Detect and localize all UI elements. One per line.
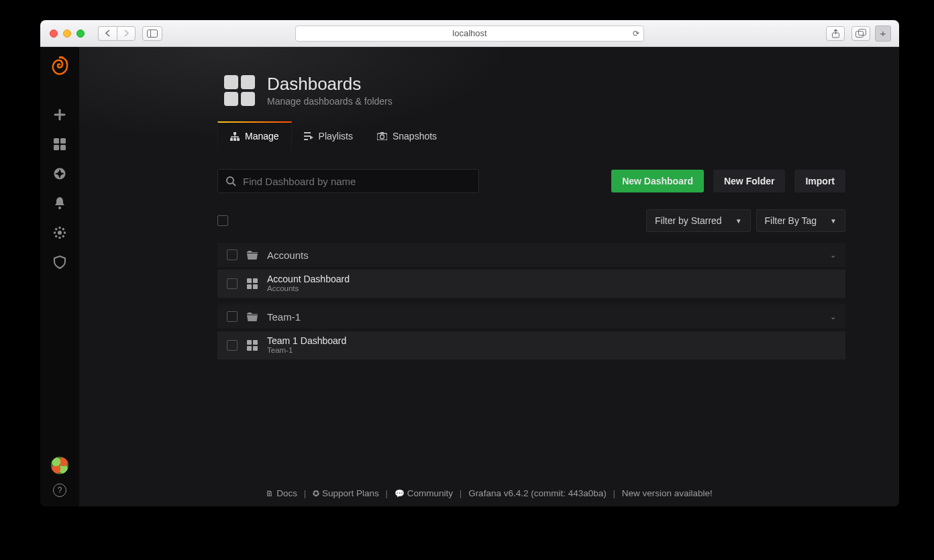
tab-playlists[interactable]: Playlists — [292, 121, 365, 150]
back-button[interactable] — [98, 26, 117, 41]
page-title: Dashboards — [267, 74, 393, 95]
chevron-down-icon: ⌄ — [830, 251, 836, 260]
svg-line-19 — [62, 229, 64, 230]
reload-icon[interactable]: ⟳ — [633, 29, 639, 38]
fullscreen-window-button[interactable] — [76, 30, 85, 38]
footer-community-link[interactable]: 💬Community — [391, 488, 457, 498]
minimize-window-button[interactable] — [63, 30, 71, 38]
search-box[interactable] — [217, 169, 479, 193]
dashboard-subfolder: Accounts — [267, 284, 350, 293]
sidebar: ? — [40, 47, 79, 506]
svg-rect-6 — [60, 138, 66, 144]
dashboard-row[interactable]: Team 1 Dashboard Team-1 — [217, 331, 845, 359]
dashboard-icon — [247, 340, 258, 351]
folder-name: Team-1 — [267, 311, 301, 323]
new-tab-button[interactable]: + — [875, 25, 891, 42]
footer-support-link[interactable]: ✪Support Plans — [309, 488, 383, 498]
browser-window: localhost ⟳ + — [40, 20, 899, 506]
svg-rect-22 — [234, 138, 236, 141]
svg-line-17 — [62, 235, 64, 237]
search-input[interactable] — [243, 176, 470, 187]
folder-icon — [247, 313, 258, 321]
url-text: localhost — [452, 28, 486, 38]
filter-tag-label: Filter By Tag — [765, 215, 817, 226]
svg-point-10 — [58, 207, 61, 209]
svg-rect-5 — [54, 138, 59, 144]
nav-buttons — [98, 26, 136, 41]
svg-rect-20 — [234, 132, 236, 135]
footer-update-link[interactable]: New version available! — [618, 488, 717, 498]
sidebar-admin-icon[interactable] — [48, 251, 71, 274]
import-button[interactable]: Import — [794, 170, 845, 192]
tabs: Manage Playlists Snapshots — [217, 121, 899, 150]
sidebar-alerting-icon[interactable] — [48, 192, 71, 215]
footer: 🗎Docs | ✪Support Plans | 💬Community | Gr… — [79, 488, 899, 498]
chevron-down-icon: ⌄ — [830, 313, 836, 321]
tab-manage[interactable]: Manage — [217, 121, 292, 150]
folder-row[interactable]: Accounts ⌄ — [217, 243, 845, 267]
dashboard-title: Account Dashboard — [267, 274, 350, 284]
dashboard-title: Team 1 Dashboard — [267, 336, 346, 346]
dashboard-list: Accounts ⌄ Account Dashboard Accounts — [217, 243, 845, 359]
dashboard-row[interactable]: Account Dashboard Accounts — [217, 270, 845, 298]
svg-point-30 — [227, 177, 234, 184]
tab-manage-label: Manage — [245, 131, 279, 142]
filter-starred-select[interactable]: Filter by Starred ▼ — [646, 209, 751, 232]
folder-icon — [247, 251, 258, 260]
chevron-down-icon: ▼ — [830, 217, 837, 225]
folder-row[interactable]: Team-1 ⌄ — [217, 304, 845, 329]
folder-checkbox[interactable] — [227, 249, 238, 260]
sidebar-dashboards-icon[interactable] — [48, 133, 71, 156]
sidebar-toggle-button[interactable] — [142, 26, 162, 41]
svg-rect-3 — [856, 32, 864, 38]
footer-docs-link[interactable]: 🗎Docs — [262, 488, 301, 498]
forward-button[interactable] — [117, 26, 136, 41]
dashboard-checkbox[interactable] — [227, 340, 238, 351]
folder-checkbox[interactable] — [227, 311, 238, 322]
dashboard-subfolder: Team-1 — [267, 346, 346, 355]
dashboard-checkbox[interactable] — [227, 278, 238, 289]
svg-rect-21 — [230, 138, 233, 141]
tab-snapshots-label: Snapshots — [393, 131, 437, 142]
app-body: ? Dashboards Manage dashboards & folders — [40, 47, 899, 506]
camera-icon — [377, 132, 387, 140]
doc-icon: 🗎 — [266, 489, 274, 498]
filter-row: Filter by Starred ▼ Filter By Tag ▼ — [217, 209, 845, 232]
user-avatar[interactable] — [51, 457, 68, 474]
svg-rect-29 — [380, 132, 384, 134]
svg-point-11 — [58, 231, 62, 235]
svg-line-18 — [56, 235, 57, 237]
url-bar[interactable]: localhost ⟳ — [295, 25, 644, 42]
sidebar-configuration-icon[interactable] — [48, 221, 71, 244]
select-all-checkbox[interactable] — [217, 215, 228, 226]
svg-rect-25 — [304, 135, 311, 137]
close-window-button[interactable] — [50, 30, 58, 38]
toolbar: New Dashboard New Folder Import — [217, 169, 845, 193]
sitemap-icon — [230, 132, 240, 141]
help-icon[interactable]: ? — [53, 484, 66, 497]
svg-rect-24 — [304, 132, 311, 133]
chevron-down-icon: ▼ — [735, 217, 742, 225]
page-subtitle: Manage dashboards & folders — [267, 96, 393, 107]
svg-rect-0 — [148, 30, 158, 37]
footer-version: Grafana v6.4.2 (commit: 443a0ba) — [464, 488, 611, 498]
grafana-logo-icon[interactable] — [50, 56, 69, 76]
svg-line-16 — [56, 229, 57, 230]
support-icon: ✪ — [313, 489, 319, 498]
playlist-icon — [304, 132, 313, 140]
new-folder-button[interactable]: New Folder — [713, 170, 785, 192]
svg-rect-4 — [859, 30, 866, 36]
new-dashboard-button[interactable]: New Dashboard — [611, 170, 704, 192]
sidebar-explore-icon[interactable] — [48, 162, 71, 185]
tabs-button[interactable] — [851, 26, 870, 41]
main: Dashboards Manage dashboards & folders M… — [79, 47, 899, 506]
sidebar-create-icon[interactable] — [48, 103, 71, 126]
filter-tag-select[interactable]: Filter By Tag ▼ — [756, 209, 845, 232]
dashboard-icon — [247, 278, 258, 289]
browser-titlebar: localhost ⟳ + — [40, 20, 899, 47]
tab-snapshots[interactable]: Snapshots — [365, 121, 449, 150]
share-button[interactable] — [826, 26, 845, 41]
svg-point-28 — [380, 135, 384, 139]
window-controls — [40, 30, 85, 38]
filter-starred-label: Filter by Starred — [655, 215, 722, 226]
